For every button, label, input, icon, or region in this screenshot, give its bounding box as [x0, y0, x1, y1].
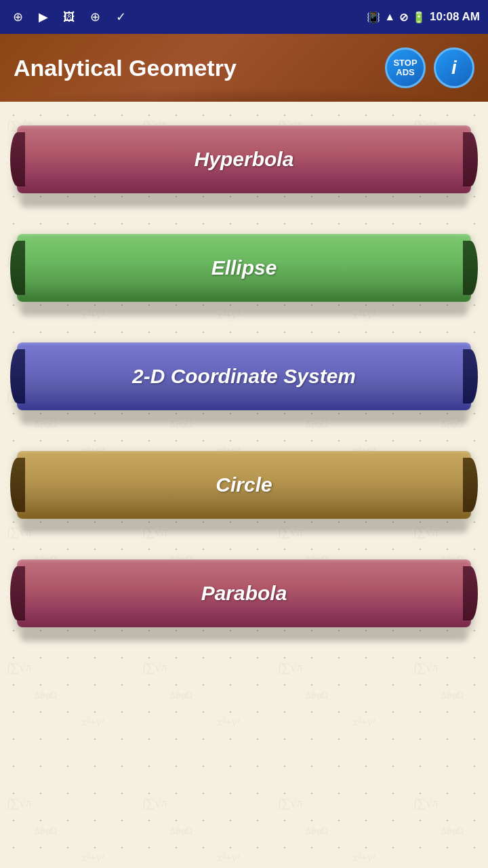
vibrate-icon: 📳 — [367, 11, 380, 24]
gallery-icon: 🖼 — [60, 7, 79, 26]
app-header: Analytical Geometry STOP ADS i — [0, 34, 488, 102]
hyperbola-shadow — [20, 198, 468, 208]
stop-ads-button[interactable]: STOP ADS — [385, 47, 426, 88]
youtube-icon: ▶ — [34, 7, 53, 26]
app-icon-2: ⊕ — [85, 7, 104, 26]
ellipse-label: Ellipse — [211, 256, 277, 279]
status-bar: ⊕ ▶ 🖼 ⊕ ✓ 📳 ▲ ⊘ 🔋 10:08 AM — [0, 0, 488, 34]
battery-icon: 🔋 — [412, 11, 426, 24]
page-title: Analytical Geometry — [14, 55, 237, 81]
hyperbola-button[interactable]: Hyperbola — [14, 115, 474, 203]
parabola-label: Parabola — [201, 582, 287, 605]
coordinate-label: 2-D Coordinate System — [132, 365, 356, 388]
coordinate-banner-body: 2-D Coordinate System — [17, 342, 471, 410]
main-content: Hyperbola Ellipse 2-D Coordinate System … — [0, 102, 488, 868]
check-icon: ✓ — [111, 7, 130, 26]
hyperbola-banner-body: Hyperbola — [17, 125, 471, 193]
parabola-button[interactable]: Parabola — [14, 549, 474, 637]
info-button[interactable]: i — [434, 47, 474, 88]
status-bar-right: 📳 ▲ ⊘ 🔋 10:08 AM — [367, 10, 480, 24]
parabola-shadow — [20, 632, 468, 642]
circle-label: Circle — [216, 473, 272, 496]
signal-blocked-icon: ⊘ — [399, 11, 408, 24]
circle-banner-body: Circle — [17, 451, 471, 519]
ellipse-banner-body: Ellipse — [17, 234, 471, 302]
header-buttons: STOP ADS i — [385, 47, 474, 88]
wifi-icon: ▲ — [384, 11, 395, 23]
ellipse-button[interactable]: Ellipse — [14, 224, 474, 312]
circle-button[interactable]: Circle — [14, 441, 474, 529]
coordinate-shadow — [20, 415, 468, 425]
time-display: 10:08 AM — [430, 10, 480, 24]
coordinate-button[interactable]: 2-D Coordinate System — [14, 332, 474, 420]
ellipse-shadow — [20, 307, 468, 316]
status-bar-left: ⊕ ▶ 🖼 ⊕ ✓ — [8, 7, 130, 26]
hyperbola-label: Hyperbola — [195, 148, 294, 171]
circle-shadow — [20, 524, 468, 533]
app-icon-1: ⊕ — [8, 7, 27, 26]
parabola-banner-body: Parabola — [17, 559, 471, 627]
